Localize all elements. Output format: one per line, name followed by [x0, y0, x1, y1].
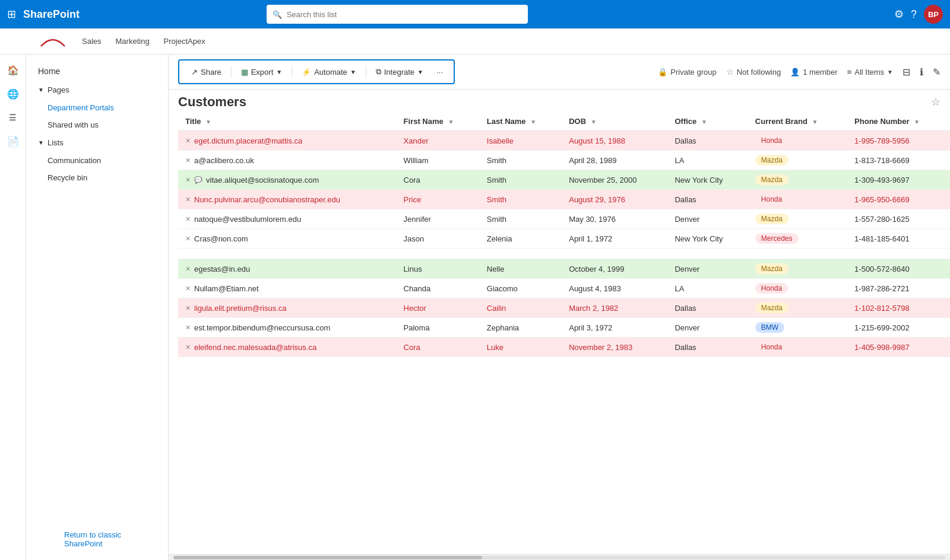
cell-office: New York City: [667, 170, 748, 190]
row-close-icon[interactable]: ✕: [185, 235, 191, 243]
settings-icon[interactable]: ⚙: [894, 8, 904, 21]
pages-chevron-icon: ▼: [38, 87, 44, 93]
nav-section-pages[interactable]: ▼ Pages: [26, 81, 168, 99]
table-row[interactable]: ✕ est.tempor.bibendum@neccursusa.com Pal…: [178, 318, 950, 338]
table-row[interactable]: ✕ Nunc.pulvinar.arcu@conubianostraper.ed…: [178, 190, 950, 209]
automate-button[interactable]: ⚡ Automate ▼: [296, 65, 362, 79]
brand-badge: Mazda: [755, 263, 788, 274]
integrate-button[interactable]: ⧉ Integrate ▼: [370, 64, 429, 79]
cell-dob: April 1, 1972: [562, 229, 667, 249]
all-items-item[interactable]: ≡ All Items ▼: [847, 68, 893, 77]
row-close-icon[interactable]: ✕: [185, 304, 191, 312]
automate-chevron-icon: ▼: [350, 69, 356, 75]
content-area: ↗ Share ▦ Export ▼ ⚡ Automate ▼ ⧉: [169, 55, 950, 560]
cell-last-name: Luke: [480, 338, 562, 357]
more-button[interactable]: ···: [432, 65, 448, 79]
cell-brand: Mazda: [748, 259, 847, 279]
waffle-icon[interactable]: ⊞: [7, 8, 16, 21]
table-row[interactable]: ✕ eget.dictum.placerat@mattis.ca XanderI…: [178, 131, 950, 151]
table-row[interactable]: ✕ eleifend.nec.malesuada@atrisus.ca Cora…: [178, 338, 950, 357]
table-row[interactable]: ✕ Nullam@Etiam.net ChandaGiacomoAugust 4…: [178, 279, 950, 298]
cell-phone: 1-309-493-9697: [847, 170, 950, 190]
home-strip-icon[interactable]: 🏠: [2, 59, 24, 81]
cell-brand: Honda: [748, 131, 847, 151]
cell-office: Dallas: [667, 298, 748, 318]
scrollbar-thumb[interactable]: [173, 556, 482, 559]
info-icon[interactable]: ℹ: [920, 66, 923, 78]
brand-badge: Honda: [755, 342, 788, 352]
nav-section-lists[interactable]: ▼ Lists: [26, 133, 168, 152]
col-dob[interactable]: DOB ▼: [562, 112, 667, 131]
table-row[interactable]: ✕ natoque@vestibulumlorem.edu JenniferSm…: [178, 209, 950, 229]
row-close-icon[interactable]: ✕: [185, 343, 191, 351]
table-row[interactable]: ✕ egestas@in.edu LinusNelleOctober 4, 19…: [178, 259, 950, 279]
table-row[interactable]: ✕ a@aclibero.co.uk WilliamSmithApril 28,…: [178, 151, 950, 170]
cell-last-name: Zelenia: [480, 229, 562, 249]
export-button[interactable]: ▦ Export ▼: [235, 65, 288, 79]
table-row[interactable]: ✕ ligula.elit.pretium@risus.ca HectorCai…: [178, 298, 950, 318]
row-close-icon[interactable]: ✕: [185, 265, 191, 273]
col-title[interactable]: Title ▼: [178, 112, 397, 131]
row-close-icon[interactable]: ✕: [185, 157, 191, 164]
cell-dob: March 2, 1982: [562, 298, 667, 318]
cell-title: ✕ egestas@in.edu: [178, 259, 397, 279]
table-row[interactable]: ✕ Cras@non.com JasonZeleniaApril 1, 1972…: [178, 229, 950, 249]
cell-last-name: Smith: [480, 151, 562, 170]
tab-sales[interactable]: Sales: [82, 34, 102, 48]
cell-last-name: Smith: [480, 170, 562, 190]
nav-item-communication[interactable]: Communication: [26, 152, 168, 169]
nav-home[interactable]: Home: [26, 62, 168, 81]
col-last-name[interactable]: Last Name ▼: [480, 112, 562, 131]
help-icon[interactable]: ?: [911, 8, 917, 21]
row-close-icon[interactable]: ✕: [185, 324, 191, 332]
doc-strip-icon[interactable]: 📄: [2, 131, 24, 152]
cell-first-name: Xander: [397, 131, 480, 151]
share-button[interactable]: ↗ Share: [185, 65, 227, 79]
integrate-icon: ⧉: [376, 67, 381, 77]
search-bar[interactable]: 🔍: [267, 5, 528, 24]
nav-item-recycle-bin[interactable]: Recycle bin: [26, 169, 168, 186]
search-input[interactable]: [287, 10, 522, 19]
filter-icon[interactable]: ⊟: [902, 66, 910, 78]
row-close-icon[interactable]: ✕: [185, 137, 191, 145]
row-close-icon[interactable]: ✕: [185, 285, 191, 292]
cmd-divider-3: [366, 66, 366, 78]
row-close-icon[interactable]: ✕: [185, 196, 191, 203]
cell-first-name: Price: [397, 190, 480, 209]
cell-title: ✕ est.tempor.bibendum@neccursusa.com: [178, 318, 397, 338]
row-close-icon[interactable]: ✕: [185, 176, 191, 184]
cell-title-text: ligula.elit.pretium@risus.ca: [194, 304, 287, 313]
share-icon: ↗: [191, 68, 198, 77]
table-row[interactable]: ✕ 💬 vitae.aliquet@sociisnatoque.com Cora…: [178, 170, 950, 190]
tab-projectapex[interactable]: ProjectApex: [164, 34, 205, 48]
cell-phone: 1-965-950-6669: [847, 190, 950, 209]
row-close-icon[interactable]: ✕: [185, 215, 191, 223]
feed-strip-icon[interactable]: ☰: [2, 107, 24, 128]
col-office[interactable]: Office ▼: [667, 112, 748, 131]
nav-footer-return[interactable]: Return to classic SharePoint: [52, 526, 168, 553]
cell-phone: 1-215-699-2002: [847, 318, 950, 338]
globe-strip-icon[interactable]: 🌐: [2, 83, 24, 104]
nav-item-department-portals[interactable]: Department Portals: [26, 99, 168, 116]
tab-marketing[interactable]: Marketing: [116, 34, 150, 48]
cell-last-name: Zephania: [480, 318, 562, 338]
cell-office: Denver: [667, 318, 748, 338]
avatar[interactable]: BP: [924, 5, 943, 24]
cell-title-text: vitae.aliquet@sociisnatoque.com: [206, 176, 319, 184]
list-star-icon[interactable]: ☆: [931, 96, 940, 109]
cell-title-text: eleifend.nec.malesuada@atrisus.ca: [194, 343, 316, 352]
col-phone-number[interactable]: Phone Number ▼: [847, 112, 950, 131]
col-first-name[interactable]: First Name ▼: [397, 112, 480, 131]
scrollbar-track: [173, 556, 945, 559]
cell-last-name: Isabelle: [480, 131, 562, 151]
row-chat-icon[interactable]: 💬: [194, 176, 202, 184]
cell-brand: Honda: [748, 190, 847, 209]
cell-first-name: Cora: [397, 338, 480, 357]
nav-item-shared-with-us[interactable]: Shared with us: [26, 116, 168, 133]
not-following-item[interactable]: ☆ Not following: [726, 67, 781, 77]
horizontal-scrollbar[interactable]: [169, 554, 950, 560]
cell-brand: Mazda: [748, 170, 847, 190]
edit-icon[interactable]: ✎: [933, 66, 940, 78]
table-container[interactable]: Title ▼ First Name ▼ Last Name ▼ DOB ▼ O…: [169, 112, 950, 554]
col-current-brand[interactable]: Current Brand ▼: [748, 112, 847, 131]
